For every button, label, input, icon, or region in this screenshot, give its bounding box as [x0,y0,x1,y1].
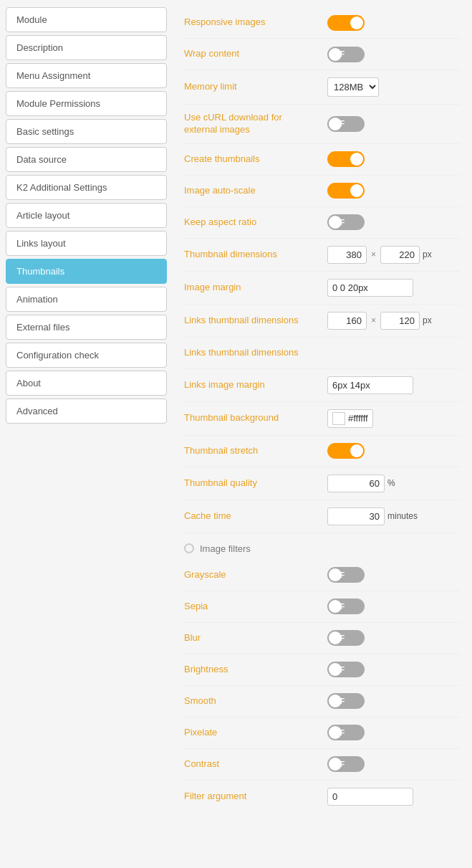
sidebar-item-animation[interactable]: Animation [6,287,167,312]
field-row-thumbnail-dimensions: Thumbnail dimensions×px [184,239,461,272]
field-label-keep-aspect-ratio: Keep aspect ratio [184,216,327,229]
field-label-links-image-margin: Links image margin [184,379,327,391]
filter-label-contrast: Contrast [184,758,327,771]
dimension-width-links-thumbnail-dimensions[interactable] [327,312,367,330]
sidebar-item-module-permissions[interactable]: Module Permissions [6,91,167,116]
filter-label-blur: Blur [184,632,327,644]
toggle-on[interactable]: ON [327,183,365,199]
field-row-image-auto-scale: Image auto-scaleON [184,176,461,207]
toggle-knob [329,695,342,707]
toggle-on[interactable]: ON [327,15,365,31]
dimension-height-links-thumbnail-dimensions[interactable] [380,312,420,330]
field-row-thumbnail-stretch: Thumbnail stretchON [184,436,461,467]
field-label-cache-time: Cache time [184,510,327,523]
filter-argument-label: Filter argument [184,791,327,803]
color-value: #ffffff [348,413,368,424]
field-control-cache-time: minutes [327,507,418,525]
unit-thumbnail-quality: % [387,478,395,488]
field-label-thumbnail-quality: Thumbnail quality [184,477,327,490]
color-box [332,412,345,425]
toggle-off[interactable]: OFF [327,693,365,709]
filter-label-brightness: Brightness [184,664,327,676]
toggle-off[interactable]: OFF [327,214,365,230]
toggle-off[interactable]: OFF [327,756,365,772]
percent-input-thumbnail-quality[interactable] [327,474,385,492]
field-control-image-margin [327,279,413,297]
field-label-responsive-images: Responsive images [184,16,327,29]
memory-limit-select[interactable]: 128MB [327,77,379,97]
filter-control-brightness: OFF [327,662,365,677]
toggle-on[interactable]: ON [327,443,365,459]
field-control-keep-aspect-ratio: OFF [327,214,365,230]
toggle-knob [329,663,342,676]
sidebar-item-menu-assignment[interactable]: Menu Assignment [6,63,167,88]
filter-row-smooth: SmoothOFF [184,686,461,717]
sidebar-item-advanced[interactable]: Advanced [6,399,167,424]
toggle-knob [329,118,342,130]
dimension-height-thumbnail-dimensions[interactable] [380,246,420,264]
color-swatch-thumbnail-background[interactable]: #ffffff [327,409,373,428]
text-input-image-margin[interactable] [327,279,413,297]
field-control-links-thumbnail-dimensions: ×px [327,312,432,330]
toggle-knob [329,631,342,644]
sidebar: ModuleDescriptionMenu AssignmentModule P… [0,0,173,868]
field-row-links-image-margin: Links image margin [184,369,461,402]
field-label-links-thumbnail-dimensions: Links thumbnail dimensions [184,315,327,327]
field-label-links-thumbnail-dimensions-2: Links thumbnail dimensions [184,347,327,359]
text-input-links-image-margin[interactable] [327,376,413,394]
field-label-image-auto-scale: Image auto-scale [184,185,327,197]
sidebar-item-data-source[interactable]: Data source [6,147,167,172]
field-label-memory-limit: Memory limit [184,81,327,93]
filter-argument-control [327,788,413,806]
filter-argument-input[interactable] [327,788,413,806]
filter-row-grayscale: GrayscaleOFF [184,560,461,591]
main-content: Responsive imagesONWrap contentOFFMemory… [173,0,472,868]
toggle-knob [350,153,363,166]
toggle-knob [329,216,342,229]
filter-argument-row: Filter argument [184,781,461,813]
filter-control-sepia: OFF [327,598,365,614]
filter-control-blur: OFF [327,630,365,646]
filter-row-blur: BlurOFF [184,623,461,654]
filter-row-brightness: BrightnessOFF [184,654,461,686]
sidebar-item-about[interactable]: About [6,371,167,396]
sidebar-item-module[interactable]: Module [6,7,167,32]
toggle-off[interactable]: OFF [327,116,365,132]
sidebar-item-thumbnails[interactable]: Thumbnails [6,259,167,284]
field-row-image-margin: Image margin [184,272,461,305]
sidebar-item-configuration-check[interactable]: Configuration check [6,343,167,368]
toggle-off[interactable]: OFF [327,598,365,614]
field-control-thumbnail-quality: % [327,474,395,492]
filter-control-smooth: OFF [327,693,365,709]
filter-control-pixelate: OFF [327,725,365,740]
field-control-create-thumbnails: ON [327,151,365,167]
toggle-knob [350,184,363,197]
field-row-responsive-images: Responsive imagesON [184,7,461,39]
minutes-input-cache-time[interactable] [327,507,385,525]
field-row-thumbnail-background: Thumbnail background#ffffff [184,402,461,436]
toggle-off[interactable]: OFF [327,725,365,740]
toggle-on[interactable]: ON [327,151,365,167]
sidebar-item-k2-additional-settings[interactable]: K2 Additional Settings [6,175,167,200]
sidebar-item-external-files[interactable]: External files [6,315,167,340]
toggle-off[interactable]: OFF [327,630,365,646]
toggle-off[interactable]: OFF [327,567,365,583]
toggle-off[interactable]: OFF [327,47,365,62]
field-control-links-image-margin [327,376,413,394]
field-label-image-margin: Image margin [184,282,327,294]
toggle-knob [329,600,342,613]
unit-label-links-thumbnail-dimensions: px [423,315,432,325]
sidebar-item-description[interactable]: Description [6,35,167,60]
filter-control-grayscale: OFF [327,567,365,583]
filter-row-sepia: SepiaOFF [184,591,461,623]
sidebar-item-article-layout[interactable]: Article layout [6,203,167,228]
image-filters-label: Image filters [200,543,251,554]
sidebar-item-basic-settings[interactable]: Basic settings [6,119,167,144]
dimension-width-thumbnail-dimensions[interactable] [327,246,367,264]
field-row-use-curl: Use cURL download forexternal imagesOFF [184,105,461,144]
field-control-wrap-content: OFF [327,47,365,62]
sidebar-item-links-layout[interactable]: Links layout [6,231,167,256]
unit-label-thumbnail-dimensions: px [423,249,432,259]
unit-cache-time: minutes [387,511,418,521]
toggle-off[interactable]: OFF [327,662,365,677]
